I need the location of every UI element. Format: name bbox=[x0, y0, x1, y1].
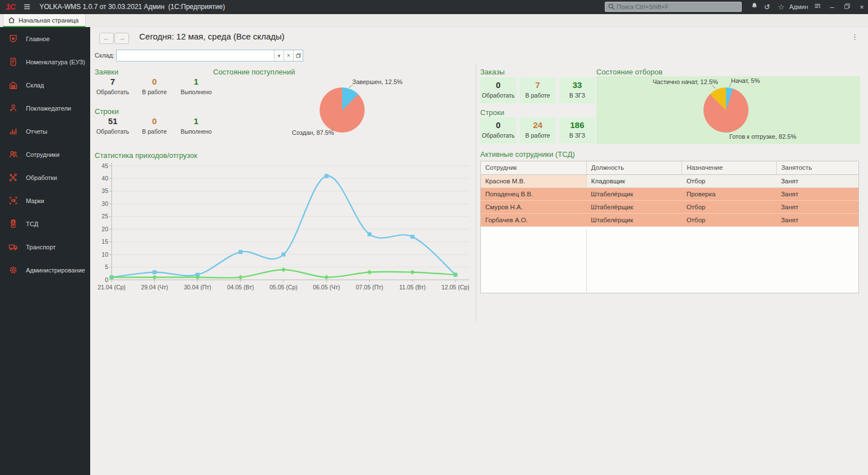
metric: 51Обработать bbox=[92, 116, 133, 135]
cell[interactable]: Занят bbox=[776, 213, 858, 226]
svg-text:15: 15 bbox=[101, 238, 108, 245]
notifications-bell-icon[interactable] bbox=[749, 2, 760, 12]
warehouse-icon bbox=[8, 80, 18, 90]
cell[interactable]: Занят bbox=[776, 187, 858, 200]
picks-pie-title: Состояние отборов bbox=[596, 68, 662, 76]
titlebar: 1С YOLKA-WMS 1.0.7 от 30.03.2021 Админ (… bbox=[0, 0, 868, 14]
order-lines-title: Строки bbox=[480, 108, 504, 117]
user-badge[interactable]: Админ bbox=[788, 2, 809, 12]
history-icon[interactable]: ↺ bbox=[761, 2, 773, 12]
search-input[interactable] bbox=[615, 3, 739, 11]
forward-button[interactable]: → bbox=[114, 33, 129, 44]
employee-row[interactable]: Смуров Н.А.ШтабелёрщикОтборЗанят bbox=[481, 200, 858, 213]
table-header-row: Сотрудник Должность Назначение Занятость bbox=[481, 161, 858, 174]
line-chart: 05101520253035404521.04 (Ср)29.04 (Чт)30… bbox=[97, 159, 472, 296]
cell[interactable]: Кладовщик bbox=[586, 174, 682, 187]
employee-row[interactable]: Попаденец В.В.ШтабелёрщикПроверкаЗанят bbox=[481, 187, 858, 200]
restore-window-icon[interactable] bbox=[842, 2, 853, 12]
cell[interactable]: Штабелёрщик bbox=[586, 200, 682, 213]
page-title: Сегодня: 12 мая, среда (Все склады) bbox=[139, 32, 285, 41]
tab-home[interactable]: Начальная страница bbox=[3, 14, 86, 27]
minimize-icon[interactable]: – bbox=[826, 2, 838, 12]
sidebar-item-pokladateli[interactable]: Поклажедатели bbox=[0, 96, 90, 120]
tab-bar: Начальная страница bbox=[0, 14, 868, 27]
depositor-icon bbox=[8, 103, 18, 113]
svg-text:20: 20 bbox=[101, 226, 108, 232]
metric: 7В работе bbox=[520, 77, 556, 103]
metric: 186В ЗГЗ bbox=[559, 117, 595, 143]
pie-label-zavershen: Завершен, 12.5% bbox=[352, 78, 402, 85]
global-search[interactable] bbox=[605, 2, 742, 12]
cell[interactable]: Смуров Н.А. bbox=[481, 200, 586, 213]
svg-text:5: 5 bbox=[105, 263, 108, 270]
sidebar-item-tsd[interactable]: ТСД bbox=[0, 212, 90, 235]
cell[interactable]: Отбор bbox=[682, 213, 777, 226]
sidebar-item-nomenklatura[interactable]: Номенклатура (ЕУЗ) bbox=[0, 50, 90, 73]
orders-title: Заказы bbox=[480, 68, 504, 76]
sidebar-item-otchety[interactable]: Отчеты bbox=[0, 120, 90, 143]
close-icon[interactable]: × bbox=[856, 2, 867, 12]
app-title: YOLKA-WMS 1.0.7 от 30.03.2021 Админ (1С:… bbox=[39, 3, 225, 11]
reports-chart-icon bbox=[8, 126, 18, 136]
warehouse-open-icon[interactable] bbox=[293, 50, 303, 61]
main-content: ← → Сегодня: 12 мая, среда (Все склады) … bbox=[90, 27, 868, 475]
sidebar-item-label: Поклажедатели bbox=[26, 105, 71, 112]
warehouse-dropdown-icon[interactable]: ▾ bbox=[274, 50, 284, 61]
pie-label-gotov: Готов к отгрузке, 82.5% bbox=[729, 133, 796, 140]
back-button[interactable]: ← bbox=[99, 33, 114, 44]
metric: 1Выполнено bbox=[176, 116, 216, 135]
tab-home-label: Начальная страница bbox=[19, 17, 78, 24]
cell[interactable]: Занят bbox=[776, 200, 858, 213]
panel-divider bbox=[476, 64, 476, 321]
requests-title: Заявки bbox=[95, 68, 118, 76]
cell[interactable]: Краснов М.В. bbox=[481, 174, 586, 187]
col-header-dolzhnost[interactable]: Должность bbox=[586, 161, 682, 174]
service-menu-icon[interactable] bbox=[812, 2, 823, 12]
sidebar-item-label: Главное bbox=[26, 36, 50, 42]
favorites-star-icon[interactable]: ☆ bbox=[776, 2, 787, 12]
cell[interactable]: Занят bbox=[776, 174, 858, 187]
employee-row[interactable]: Краснов М.В.КладовщикОтборЗанят bbox=[481, 174, 858, 187]
sidebar-item-administrirovanie[interactable]: Администрирование bbox=[0, 258, 90, 282]
sidebar-item-sotrudniki[interactable]: Сотрудники bbox=[0, 143, 90, 166]
cell[interactable]: Штабелёрщик bbox=[586, 213, 682, 226]
receipts-pie-title: Состояние поступлений bbox=[213, 68, 295, 76]
svg-text:04.05 (Вт): 04.05 (Вт) bbox=[227, 284, 254, 291]
metric: 0Обработать bbox=[480, 77, 516, 103]
svg-text:30.04 (Пт): 30.04 (Пт) bbox=[184, 284, 211, 291]
marks-barcode-icon bbox=[8, 196, 18, 205]
cell[interactable]: Отбор bbox=[682, 200, 777, 213]
employees-table: Сотрудник Должность Назначение Занятость… bbox=[480, 161, 859, 293]
pie-label-sozdan: Создан, 87.5% bbox=[292, 129, 334, 136]
col-header-naznachenie[interactable]: Назначение bbox=[682, 161, 777, 174]
svg-text:30: 30 bbox=[101, 200, 108, 207]
cell[interactable]: Горбачев А.О. bbox=[481, 213, 586, 226]
pie-label-nachat: Начат, 5% bbox=[731, 77, 760, 84]
warehouse-input[interactable] bbox=[117, 50, 274, 61]
sidebar-item-sklad[interactable]: Склад bbox=[0, 73, 90, 96]
warehouse-clear-icon[interactable]: × bbox=[284, 50, 293, 61]
sidebar-item-obrabotki[interactable]: Обработки bbox=[0, 166, 90, 189]
cell[interactable]: Попаденец В.В. bbox=[481, 187, 586, 200]
cell[interactable]: Штабелёрщик bbox=[586, 187, 682, 200]
metric: 0В работе bbox=[134, 77, 175, 95]
main-menu-icon[interactable] bbox=[23, 2, 32, 11]
sidebar-item-label: Номенклатура (ЕУЗ) bbox=[26, 59, 85, 65]
tsd-device-icon bbox=[8, 219, 18, 228]
sidebar-item-transport[interactable]: Транспорт bbox=[0, 235, 90, 258]
sidebar-item-marki[interactable]: Марки bbox=[0, 189, 90, 212]
sidebar-item-label: Отчеты bbox=[26, 128, 47, 135]
sidebar-item-glavnoe[interactable]: Главное bbox=[0, 27, 90, 50]
svg-text:07.05 (Пт): 07.05 (Пт) bbox=[356, 284, 383, 291]
svg-text:29.04 (Чт): 29.04 (Чт) bbox=[141, 284, 168, 291]
truck-icon bbox=[8, 242, 18, 252]
sidebar-item-label: ТСД bbox=[26, 221, 38, 227]
1c-logo: 1С bbox=[6, 2, 15, 11]
employee-row[interactable]: Горбачев А.О.ШтабелёрщикОтборЗанят bbox=[481, 213, 858, 226]
cell[interactable]: Отбор bbox=[682, 174, 777, 187]
more-menu-icon[interactable]: ⋮ bbox=[851, 33, 858, 41]
cell[interactable]: Проверка bbox=[682, 187, 777, 200]
svg-text:12.05 (Ср): 12.05 (Ср) bbox=[441, 284, 470, 291]
col-header-zanyatost[interactable]: Занятость bbox=[776, 161, 858, 174]
col-header-sotrudnik[interactable]: Сотрудник bbox=[481, 161, 586, 174]
